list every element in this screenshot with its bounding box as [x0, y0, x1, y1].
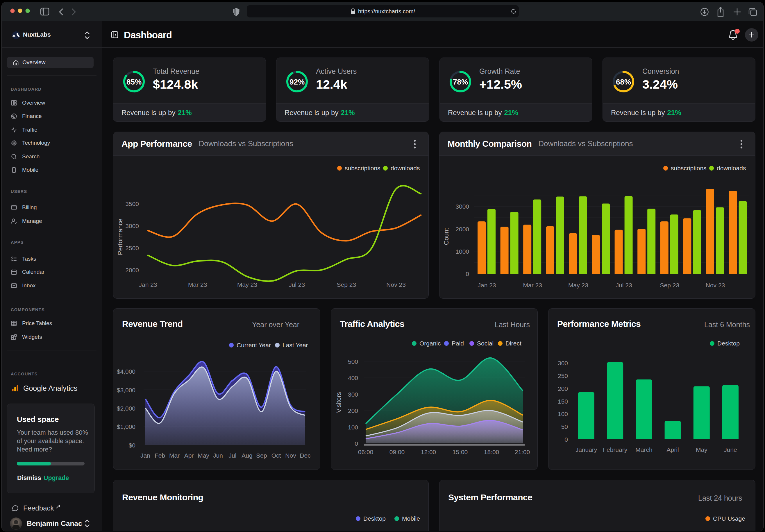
svg-text:21:00: 21:00 [515, 449, 530, 455]
svg-text:Jan 23: Jan 23 [139, 281, 157, 288]
svg-text:May 23: May 23 [568, 282, 588, 288]
svg-text:500: 500 [348, 358, 358, 365]
svg-text:150: 150 [558, 398, 568, 405]
svg-text:100: 100 [558, 410, 568, 417]
svg-text:$2,000: $2,000 [117, 405, 136, 412]
svg-text:March: March [635, 446, 652, 453]
svg-text:200: 200 [348, 407, 358, 414]
svg-text:February: February [603, 446, 627, 453]
svg-text:15:00: 15:00 [452, 449, 468, 455]
svg-text:April: April [667, 446, 679, 453]
svg-text:Dec: Dec [300, 452, 311, 459]
svg-text:Count: Count [443, 228, 450, 245]
svg-text:3500: 3500 [125, 201, 139, 207]
svg-text:Jul 23: Jul 23 [616, 282, 632, 288]
svg-text:12:00: 12:00 [421, 449, 436, 455]
svg-text:May: May [696, 446, 707, 453]
svg-text:$0: $0 [129, 442, 136, 449]
svg-text:Feb: Feb [155, 452, 165, 459]
svg-text:0: 0 [355, 440, 358, 447]
svg-text:$4,000: $4,000 [117, 368, 136, 375]
svg-text:$3,000: $3,000 [117, 387, 136, 393]
svg-text:2500: 2500 [125, 245, 139, 251]
svg-text:2000: 2000 [455, 226, 469, 233]
svg-text:January: January [575, 446, 597, 453]
svg-text:3000: 3000 [455, 203, 469, 210]
svg-text:Nov: Nov [285, 452, 296, 459]
svg-text:Jul: Jul [229, 452, 237, 459]
svg-text:Performance: Performance [117, 219, 124, 255]
svg-text:2000: 2000 [125, 267, 139, 273]
svg-text:0: 0 [564, 436, 568, 443]
svg-text:Sep 23: Sep 23 [660, 282, 680, 288]
svg-text:Jan 23: Jan 23 [477, 282, 496, 288]
svg-text:200: 200 [558, 385, 568, 392]
svg-text:Jul 23: Jul 23 [289, 281, 305, 288]
svg-text:$1,000: $1,000 [117, 423, 136, 430]
svg-text:100: 100 [348, 424, 358, 431]
svg-text:1000: 1000 [455, 248, 469, 255]
svg-text:250: 250 [558, 372, 568, 379]
svg-text:Visitors: Visitors [335, 392, 343, 413]
svg-text:400: 400 [348, 374, 358, 381]
svg-text:Mar 23: Mar 23 [188, 281, 207, 288]
svg-text:May 23: May 23 [237, 281, 257, 288]
svg-text:Jun: Jun [213, 452, 223, 459]
svg-text:Nov 23: Nov 23 [386, 281, 406, 288]
svg-text:3000: 3000 [125, 223, 139, 229]
svg-text:Mar 23: Mar 23 [523, 282, 542, 288]
svg-text:June: June [724, 446, 737, 453]
svg-text:Oct: Oct [272, 452, 281, 459]
svg-text:Apr: Apr [184, 452, 194, 459]
svg-text:Mar: Mar [169, 452, 180, 459]
svg-text:300: 300 [558, 360, 568, 366]
svg-text:18:00: 18:00 [484, 449, 499, 455]
svg-text:0: 0 [465, 270, 469, 277]
svg-text:Sep 23: Sep 23 [337, 281, 356, 288]
svg-text:May: May [198, 452, 209, 459]
svg-text:09:00: 09:00 [389, 449, 405, 455]
svg-text:Nov 23: Nov 23 [706, 282, 725, 288]
svg-text:Aug: Aug [242, 452, 252, 459]
svg-text:Jan: Jan [140, 452, 150, 459]
svg-text:Sep: Sep [256, 452, 267, 459]
svg-text:50: 50 [561, 423, 568, 430]
svg-text:06:00: 06:00 [358, 449, 374, 455]
svg-text:300: 300 [348, 391, 358, 398]
